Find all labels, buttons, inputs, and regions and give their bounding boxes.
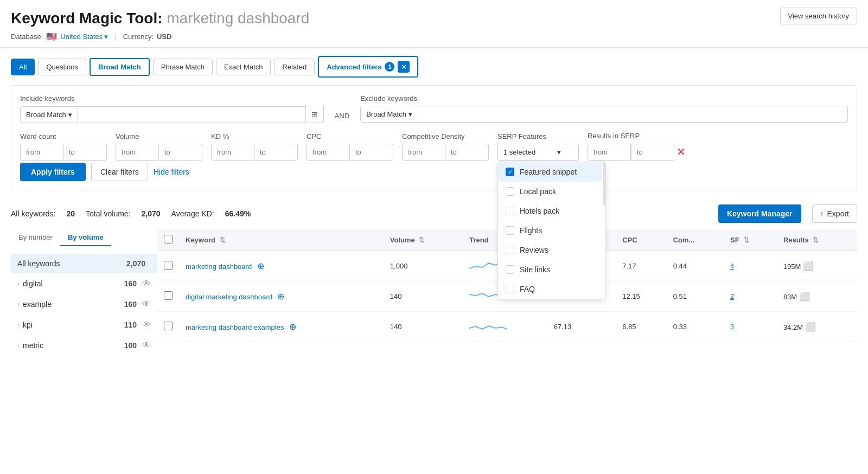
th-volume: Volume ⇅ [384,229,463,251]
volume-to[interactable] [159,144,202,161]
sidebar-item-digital[interactable]: › digital 160 👁 [11,273,157,294]
results-icon-2[interactable]: ⬜ [799,292,810,301]
hide-filters-button[interactable]: Hide filters [154,168,189,176]
serp-option-hotels-pack[interactable]: Hotels pack [498,201,602,221]
advanced-filters-close[interactable]: ✕ [398,61,410,73]
serp-option-reviews[interactable]: Reviews [498,240,602,260]
sort-icon-sf[interactable]: ⇅ [743,236,749,244]
keyword-link-2[interactable]: digital marketing dashboard [186,293,272,301]
cpc-to[interactable] [350,144,393,161]
exclude-input-wrap: Broad Match ▾ [360,106,848,123]
add-keyword-icon-3[interactable]: ⊕ [289,322,296,331]
volume-3: 140 [384,312,463,342]
results-in-serp-group: Results in SERP ✕ [588,132,688,161]
clear-results-button[interactable]: ✕ [674,143,688,161]
cpc-from[interactable] [307,144,350,161]
export-button[interactable]: ↑ Export [812,204,857,223]
stats-row: All keywords: 20 Total volume: 2,070 Ave… [0,198,868,229]
serp-features-select[interactable]: 1 selected ▾ [497,144,579,161]
add-keyword-icon-1[interactable]: ⊕ [257,261,264,271]
title-main: Keyword Magic Tool: [11,10,163,27]
eye-icon[interactable]: 👁 [142,341,151,350]
add-keyword-icon-2[interactable]: ⊕ [277,292,284,301]
results-icon-1[interactable]: ⬜ [803,261,814,271]
sidebar-item-example[interactable]: › example 160 👁 [11,294,157,315]
word-count-label: Word count [20,132,107,140]
keyword-link-1[interactable]: marketing dashboard [186,262,252,271]
sort-icon-results[interactable]: ⇅ [813,236,819,244]
results-to[interactable] [631,144,674,161]
view-toggle: By number By volume [11,229,157,246]
exclude-keywords-input[interactable] [418,106,848,123]
scrollbar[interactable] [603,162,605,206]
sf-2[interactable]: 2 [730,292,734,300]
kd-from[interactable] [211,144,254,161]
kd-to[interactable] [254,144,298,161]
select-all-checkbox[interactable] [164,235,173,244]
by-volume-toggle[interactable]: By volume [60,229,111,246]
comp-1: 0.44 [667,251,724,281]
exclude-label: Exclude keywords [360,94,848,103]
clear-filters-button[interactable]: Clear filters [91,163,148,181]
comp-density-from[interactable] [402,144,445,161]
grid-icon[interactable]: ⊞ [306,106,324,123]
advanced-filters-button[interactable]: Advanced filters 1 ✕ [318,56,418,78]
exclude-match-select[interactable]: Broad Match ▾ [360,106,418,123]
chevron-down-icon: ▾ [104,33,108,41]
serp-option-faq[interactable]: FAQ [498,279,602,299]
eye-icon[interactable]: 👁 [142,279,151,289]
sidebar-item-all-keywords[interactable]: All keywords 2,070 [11,254,157,273]
tab-phrase-match[interactable]: Phrase Match [153,59,213,75]
volume-from[interactable] [116,144,159,161]
include-keywords-input[interactable] [78,106,306,123]
row-checkbox-2[interactable] [164,291,173,300]
sidebar-item-kpi[interactable]: › kpi 110 👁 [11,315,157,335]
database-selector[interactable]: United States ▾ [60,33,108,41]
comp-density-to[interactable] [445,144,489,161]
eye-icon[interactable]: 👁 [142,299,151,309]
tab-related[interactable]: Related [274,59,315,75]
sf-3[interactable]: 3 [730,323,734,331]
sidebar-count-digital: 160 [124,279,137,288]
sort-icon-volume[interactable]: ⇅ [419,236,425,244]
results-from[interactable] [588,144,631,161]
eye-icon[interactable]: 👁 [142,320,151,330]
tab-broad-match[interactable]: Broad Match [90,58,150,76]
serp-option-featured-snippet[interactable]: ✓ Featured snippet [498,162,602,182]
keyword-filters-row: Include keywords Broad Match ▾ ⊞ AND Exc… [20,94,848,123]
cpc-1: 7.17 [616,251,666,281]
sidebar-item-metric[interactable]: › metric 100 👁 [11,335,157,356]
by-number-toggle[interactable]: By number [11,229,60,246]
keyword-link-3[interactable]: marketing dashboard examples [186,323,284,331]
tab-exact-match[interactable]: Exact Match [216,59,271,75]
title-sub: marketing dashboard [167,10,309,27]
apply-filters-button[interactable]: Apply filters [20,163,86,181]
sidebar-count-all-keywords: 2,070 [126,259,145,268]
table-row: marketing dashboard examples ⊕ 140 67.13… [157,312,857,342]
th-keyword: Keyword ⇅ [179,229,384,251]
keyword-manager-button[interactable]: Keyword Manager [718,204,801,223]
serp-option-site-links[interactable]: Site links [498,260,602,279]
tab-questions[interactable]: Questions [38,59,86,75]
serp-label-site-links: Site links [520,265,550,274]
serp-option-local-pack[interactable]: Local pack [498,182,602,201]
sort-icon-keyword[interactable]: ⇅ [220,236,226,244]
include-match-select[interactable]: Broad Match ▾ [20,106,78,123]
word-count-from[interactable] [20,144,63,161]
check-featured-snippet: ✓ [506,168,514,176]
trend-3 [463,312,547,342]
tab-all[interactable]: All [11,59,35,75]
check-site-links [506,265,514,274]
row-checkbox-1[interactable] [164,261,173,270]
check-local-pack [506,187,514,196]
view-history-button[interactable]: View search history [780,8,857,24]
row-checkbox-3[interactable] [164,322,173,330]
serp-option-flights[interactable]: Flights [498,221,602,240]
th-volume-label: Volume [390,236,415,244]
word-count-to[interactable] [63,144,107,161]
sf-1[interactable]: 4 [730,262,734,270]
serp-selected-value: 1 selected [503,148,535,156]
th-cpc-label: CPC [622,236,637,244]
comp-density-label: Competitive Density [402,132,489,140]
results-icon-3[interactable]: ⬜ [805,322,816,331]
